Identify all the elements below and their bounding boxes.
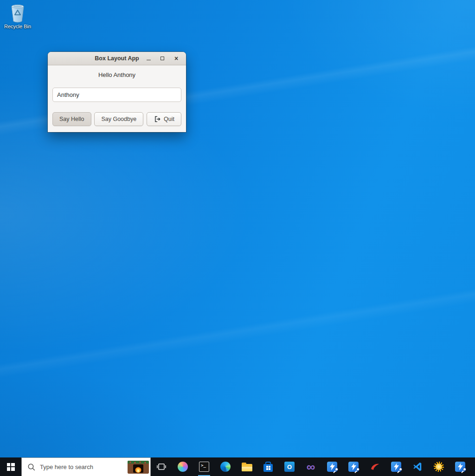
recycle-bin-icon	[8, 3, 27, 23]
task-view-icon	[156, 462, 167, 472]
minimize-icon	[147, 60, 151, 60]
taskbar-edge-button[interactable]	[215, 457, 236, 476]
taskbar-visual-studio-button[interactable]: ∞	[300, 457, 321, 476]
red-wing-app-icon	[370, 462, 380, 472]
close-button[interactable]: ×	[171, 53, 181, 63]
window-titlebar[interactable]: Box Layout App ×	[48, 52, 186, 65]
pinned-app-icon	[455, 462, 465, 472]
task-view-button[interactable]	[151, 457, 172, 476]
windows-logo-icon	[7, 463, 15, 471]
taskbar-pinned-app-1-button[interactable]	[321, 457, 343, 476]
pinned-app-icon	[327, 462, 337, 472]
quit-label: Quit	[164, 116, 174, 122]
start-button[interactable]	[0, 457, 21, 476]
desktop: Recycle Bin Box Layout App × Hello Antho…	[0, 0, 475, 476]
window-content: Hello Anthony Say Hello Say Goodbye Quit	[48, 71, 186, 132]
say-goodbye-button[interactable]: Say Goodbye	[94, 112, 143, 126]
visual-studio-icon: ∞	[307, 462, 315, 471]
sun-icon	[434, 462, 444, 472]
taskbar-outlook-button[interactable]: O	[279, 457, 300, 476]
recycle-bin[interactable]: Recycle Bin	[3, 3, 32, 30]
taskbar-vscode-button[interactable]	[407, 457, 428, 476]
exit-icon	[154, 115, 161, 123]
search-highlight-fireplace-image[interactable]	[128, 461, 149, 474]
maximize-button[interactable]	[157, 53, 167, 63]
copilot-icon	[178, 462, 188, 472]
terminal-icon: >_	[199, 462, 209, 472]
button-row: Say Hello Say Goodbye Quit	[52, 112, 181, 126]
taskbar-file-explorer-button[interactable]	[236, 457, 257, 476]
recycle-bin-label: Recycle Bin	[4, 24, 31, 30]
taskbar-pinned-app-4-button[interactable]	[449, 457, 471, 476]
pinned-app-icon	[391, 462, 401, 472]
pinned-app-icon	[348, 462, 359, 472]
taskbar-sun-app-button[interactable]	[428, 457, 449, 476]
pin-badge-icon	[333, 468, 338, 473]
vscode-icon	[412, 462, 423, 472]
quit-button[interactable]: Quit	[147, 112, 181, 126]
name-input[interactable]	[52, 88, 181, 102]
taskbar-microsoft-store-button[interactable]	[257, 457, 279, 476]
search-icon	[27, 463, 35, 471]
window-controls: ×	[143, 53, 186, 63]
taskbar-pinned-app-3-button[interactable]	[385, 457, 407, 476]
say-hello-button[interactable]: Say Hello	[52, 112, 91, 126]
search-input[interactable]	[39, 463, 124, 471]
outlook-icon: O	[284, 462, 295, 472]
greeting-label: Hello Anthony	[52, 71, 181, 79]
microsoft-store-icon	[263, 464, 273, 472]
taskbar-search-box[interactable]	[21, 457, 151, 476]
taskbar: >_ O ∞	[0, 457, 475, 476]
edge-icon	[220, 462, 231, 472]
taskbar-terminal-button[interactable]: >_	[193, 457, 215, 476]
pin-badge-icon	[397, 468, 402, 473]
maximize-icon	[160, 57, 164, 60]
taskbar-red-wing-app-button[interactable]	[364, 457, 385, 476]
taskbar-pinned-app-2-button[interactable]	[343, 457, 364, 476]
box-layout-app-window: Box Layout App × Hello Anthony Say Hello…	[48, 52, 186, 132]
pin-badge-icon	[461, 468, 466, 473]
minimize-button[interactable]	[143, 53, 154, 63]
pin-badge-icon	[354, 468, 359, 473]
taskbar-copilot-button[interactable]	[172, 457, 193, 476]
file-explorer-icon	[242, 464, 252, 471]
